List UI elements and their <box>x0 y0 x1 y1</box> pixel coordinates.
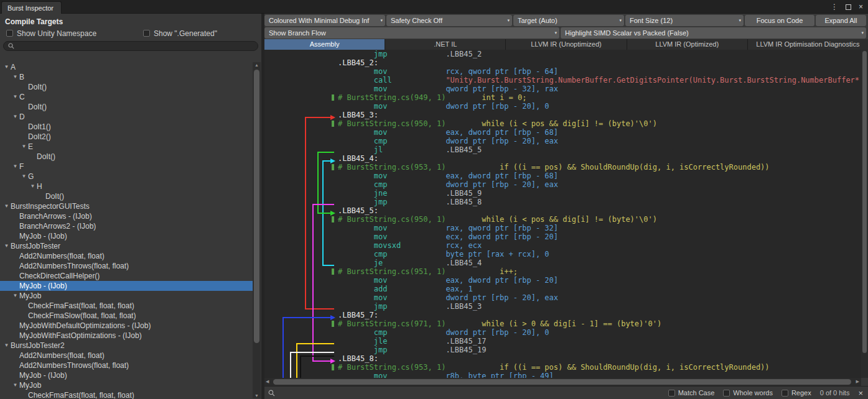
search-input[interactable] <box>17 42 253 50</box>
expand-all-button[interactable]: Expand All <box>816 15 866 26</box>
fold-caret-icon[interactable]: ▼ <box>20 142 28 152</box>
window-tab-burst-inspector[interactable]: Burst Inspector <box>1 1 62 14</box>
debug-information-dropdown[interactable]: Coloured With Minimal Debug Inf ▾ <box>264 15 385 26</box>
regex-checkbox[interactable] <box>782 390 788 397</box>
tree-item[interactable]: Add2Numbers(float, float) <box>0 251 253 261</box>
code-hscroll-thumb[interactable] <box>273 379 851 385</box>
search-icon[interactable] <box>268 390 275 397</box>
tree-item[interactable]: DoIt2() <box>0 132 253 142</box>
regex-toggle[interactable]: Regex <box>782 389 811 397</box>
code-line: je .LBB45_4 <box>264 259 861 267</box>
tree-item[interactable]: ▼BurstJobTester <box>0 241 253 251</box>
tree-item[interactable]: BranchArrows - (IJob) <box>0 211 253 221</box>
menu-icon[interactable]: ⋮ <box>831 2 838 11</box>
fold-caret-icon[interactable]: ▼ <box>11 92 19 102</box>
assembly-code-view[interactable]: jmp .LBB45_2.LBB45_2: mov rcx, qword ptr… <box>264 50 861 378</box>
tree-item[interactable]: MyJobWithFastOptimizations - (IJob) <box>0 331 253 341</box>
tab-llvm-ir-unoptimized[interactable]: LLVM IR (Unoptimized) <box>506 39 627 50</box>
find-bar: Match Case Whole words Regex 0 of 0 hits… <box>264 386 868 399</box>
code-line: jmp .LBB45_2 <box>264 50 861 58</box>
tree-item[interactable]: ▼BurstJobTester2 <box>0 341 253 351</box>
tree-item[interactable]: ▼F <box>0 162 253 172</box>
tree-item[interactable]: ▼MyJob <box>0 380 253 390</box>
tree-item[interactable]: CheckFmaFast(float, float, float) <box>0 301 253 311</box>
tree-item[interactable]: ▼BurstInspectorGUITests <box>0 201 253 211</box>
tab-llvm-ir-diagnostics[interactable]: LLVM IR Optimisation Diagnostics <box>748 39 868 50</box>
tree-item[interactable]: BranchArrows2 - (IJob) <box>0 221 253 231</box>
tree-item[interactable]: ▼MyJob <box>0 291 253 301</box>
fold-caret-icon[interactable]: ▼ <box>29 181 37 191</box>
fold-caret-icon[interactable]: ▼ <box>20 172 28 181</box>
tree-item[interactable]: MyJob - (IJob) <box>0 231 253 241</box>
tree-item[interactable]: DoIt() <box>0 191 253 201</box>
tree-search-field[interactable] <box>3 41 258 51</box>
tree-item[interactable]: MyJobWithDefaultOptimizations - (IJob) <box>0 321 253 331</box>
highlight-simd-dropdown[interactable]: Highlight SIMD Scalar vs Packed (False) … <box>561 27 866 39</box>
tab-net-il[interactable]: .NET IL <box>385 39 506 50</box>
tree-item-label: F <box>19 162 24 172</box>
match-case-toggle[interactable]: Match Case <box>668 389 715 397</box>
tree-item[interactable]: DoIt() <box>0 102 253 112</box>
target-dropdown[interactable]: Target (Auto) ▾ <box>513 15 624 26</box>
tree-item[interactable]: ▼E <box>0 142 253 152</box>
scroll-left-icon[interactable]: ◀ <box>266 379 269 384</box>
maximize-icon[interactable] <box>846 4 851 10</box>
fold-caret-icon[interactable]: ▼ <box>11 291 19 301</box>
show-generated-checkbox[interactable] <box>143 30 150 37</box>
scroll-up-icon[interactable]: ▲ <box>253 63 261 67</box>
fold-caret-icon[interactable]: ▼ <box>2 62 11 72</box>
tree-item[interactable]: DoIt1() <box>0 122 253 132</box>
tree-item[interactable]: CheckFmaSlow(float, float, float) <box>0 311 253 321</box>
tree-item[interactable]: Add2NumbersThrows(float, float) <box>0 261 253 271</box>
fold-caret-icon[interactable]: ▼ <box>2 241 11 251</box>
code-horizontal-scrollbar[interactable]: ◀ ▶ <box>264 378 861 386</box>
focus-on-code-button[interactable]: Focus on Code <box>745 15 814 26</box>
tree-item[interactable]: DoIt() <box>0 82 253 92</box>
fold-caret-icon[interactable]: ▼ <box>2 201 11 211</box>
tree-item[interactable]: ▼G <box>0 172 253 181</box>
fold-caret-icon[interactable]: ▼ <box>11 162 19 172</box>
tree-item-label: Add2Numbers(float, float) <box>19 351 105 360</box>
code-line: jmp .LBB45_3 <box>264 302 861 311</box>
tree-item[interactable]: CheckFmaFast(float, float, float) <box>0 390 253 399</box>
tree-item[interactable]: ▼B <box>0 72 253 82</box>
tree-item[interactable]: ▼A <box>0 62 253 72</box>
tree-item[interactable]: ▼D <box>0 112 253 122</box>
tree-scrollbar[interactable]: ▲ ▼ <box>253 62 261 398</box>
code-vertical-scrollbar[interactable] <box>861 50 868 378</box>
tree-item[interactable]: ▼H <box>0 181 253 191</box>
code-line: mov ecx, dword ptr [rbp - 20] <box>264 232 861 241</box>
code-vscroll-thumb[interactable] <box>862 51 867 353</box>
close-find-icon[interactable]: × <box>858 389 863 397</box>
show-unity-namespace-checkbox[interactable] <box>6 30 13 37</box>
tree-item[interactable]: MyJob - (IJob) <box>0 370 253 380</box>
tree-item-label: BurstJobTester <box>11 241 60 251</box>
whole-words-checkbox[interactable] <box>723 390 730 397</box>
tree-item[interactable]: DoIt() <box>0 152 253 162</box>
tree-scrollbar-thumb[interactable] <box>254 70 259 343</box>
scroll-right-icon[interactable]: ▶ <box>856 379 859 384</box>
close-icon[interactable]: × <box>859 2 863 11</box>
tree-item[interactable]: CheckDirectCallHelper() <box>0 271 253 281</box>
show-unity-namespace-toggle[interactable]: Show Unity Namespace <box>6 29 143 38</box>
match-case-checkbox[interactable] <box>668 390 675 397</box>
show-branch-flow-dropdown[interactable]: Show Branch Flow ▾ <box>264 27 559 39</box>
tree-item[interactable]: MyJob - (IJob) <box>0 281 253 291</box>
show-generated-toggle[interactable]: Show ".Generated" <box>143 29 217 38</box>
scroll-down-icon[interactable]: ▼ <box>253 393 261 398</box>
fold-caret-icon[interactable]: ▼ <box>11 380 19 390</box>
tab-assembly[interactable]: Assembly <box>264 39 385 50</box>
fold-caret-icon[interactable]: ▼ <box>2 341 11 351</box>
tree-item[interactable]: ▼C <box>0 92 253 102</box>
view-tabs: Assembly .NET IL LLVM IR (Unoptimized) L… <box>264 39 868 50</box>
fold-caret-icon[interactable]: ▼ <box>11 112 19 122</box>
disassembly-panel: Coloured With Minimal Debug Inf ▾ Safety… <box>264 14 868 399</box>
tree-item[interactable]: Add2NumbersThrows(float, float) <box>0 360 253 370</box>
tab-llvm-ir-optimized[interactable]: LLVM IR (Optimized) <box>627 39 748 50</box>
tree-item[interactable]: Add2Numbers(float, float) <box>0 351 253 360</box>
font-size-dropdown[interactable]: Font Size (12) ▾ <box>625 15 744 26</box>
code-line: cmp dword ptr [rbp - 20], eax <box>264 137 861 145</box>
safety-check-dropdown[interactable]: Safety Check Off ▾ <box>386 15 512 26</box>
fold-caret-icon[interactable]: ▼ <box>11 72 19 82</box>
whole-words-toggle[interactable]: Whole words <box>723 389 773 397</box>
